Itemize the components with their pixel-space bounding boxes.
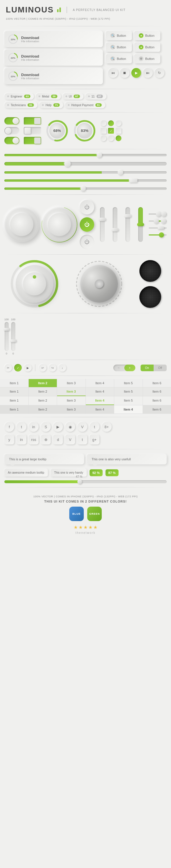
v-thumb-label-2[interactable] [10, 339, 16, 342]
hms-thumb-4[interactable] [161, 218, 166, 224]
tag-11[interactable]: 11 97 [85, 93, 106, 99]
tab-4-1[interactable]: Item 1 [0, 405, 29, 413]
slider-thumb-1[interactable] [97, 153, 102, 158]
mini-btn-arrow[interactable]: ▶ [24, 364, 32, 372]
social-linkedin[interactable]: in [29, 422, 38, 432]
checkbox-active[interactable]: ✓ [108, 128, 114, 134]
v-thumb-label-1[interactable] [4, 328, 9, 331]
mini-btn-check[interactable]: ✓ [14, 364, 22, 372]
off-button[interactable]: Off [153, 365, 167, 371]
prev-btn[interactable]: ⏮ [108, 68, 118, 78]
hms-thumb-3[interactable] [153, 218, 159, 224]
tag-ui[interactable]: UI 97 [63, 93, 83, 99]
v-thumb-1[interactable] [99, 218, 106, 221]
button-search-2[interactable]: 🔍 Button [106, 42, 132, 52]
slider-thumb-5[interactable] [81, 186, 86, 191]
social-sq-8[interactable]: g+ [90, 435, 99, 444]
social-tumblr[interactable]: t [90, 422, 99, 432]
social-sq-4[interactable]: ⊕ [41, 435, 51, 444]
tag-help[interactable]: Help 71 [39, 102, 63, 108]
toggle-1[interactable] [4, 117, 20, 125]
tab-2-1[interactable]: Item 1 [0, 388, 29, 396]
tab-4-3[interactable]: Item 3 [57, 405, 86, 413]
social-facebook[interactable]: f [4, 422, 14, 432]
stop-btn[interactable]: ⏹ [120, 68, 130, 78]
toggle-2[interactable] [4, 127, 20, 134]
toggle-plus[interactable]: + [124, 365, 135, 371]
mini-btn-cut[interactable]: ✂ [4, 364, 12, 372]
tab-2-5[interactable]: Item 5 [114, 388, 143, 396]
knob-2[interactable] [42, 207, 77, 242]
toggle-3[interactable] [4, 137, 20, 144]
slider-thumb-4[interactable] [129, 179, 137, 183]
on-button[interactable]: On [141, 365, 153, 371]
tab-3-4[interactable]: Item 4 [86, 396, 114, 405]
button-search-3[interactable]: 🔍 Button [106, 54, 132, 63]
tab-2-6[interactable]: Item 6 [143, 388, 171, 396]
play-btn[interactable]: ▶ [131, 68, 141, 78]
v-thumb-2[interactable] [112, 228, 118, 231]
next-btn[interactable]: ⏭ [143, 68, 153, 78]
power-btn-on[interactable]: ⏻ [80, 217, 94, 232]
social-sq-3[interactable]: rss [29, 435, 38, 444]
social-twitter[interactable]: t [17, 422, 26, 432]
slider-thumb-2[interactable] [64, 161, 71, 167]
chrome-knob[interactable] [80, 265, 118, 303]
toggle-minus[interactable]: − [113, 365, 124, 371]
power-btn-off[interactable]: ⏻ [80, 200, 94, 214]
social-sq-7[interactable]: t [77, 435, 87, 444]
refresh-btn[interactable]: ↻ [154, 68, 164, 78]
tab-4-2[interactable]: Item 2 [29, 405, 57, 413]
tab-1-3[interactable]: Item 3 [57, 379, 86, 387]
hms-thumb-2[interactable] [161, 212, 166, 217]
button-green-2[interactable]: ● Button [134, 42, 160, 52]
tab-4-4[interactable]: Item 4 [86, 405, 114, 413]
slider-thumb-3[interactable] [118, 170, 123, 175]
checkbox-1[interactable] [101, 128, 106, 134]
download-item-1[interactable]: 23% Download File Information [4, 31, 103, 47]
tab-2-4[interactable]: Item 4 [86, 388, 114, 396]
download-item-3[interactable]: 23% Download File Information [4, 68, 103, 84]
knob-outer[interactable] [16, 265, 53, 303]
social-youtube[interactable]: ▶ [53, 422, 63, 432]
tab-3-3[interactable]: Item 3 [57, 396, 86, 405]
tag-technicians[interactable]: Technicians 81 [4, 102, 37, 108]
tab-1-6[interactable]: Item 6 [143, 379, 171, 387]
toggle-rect-2[interactable] [24, 127, 41, 134]
tab-3-1[interactable]: Item 1 [0, 396, 29, 405]
tab-4-6[interactable]: Item 6 [143, 405, 171, 413]
checkbox-2[interactable] [116, 128, 121, 134]
social-stumble[interactable]: S [41, 422, 51, 432]
hms-thumb-6[interactable] [159, 232, 164, 238]
social-gplus[interactable]: 8+ [102, 422, 112, 432]
social-vimeo[interactable]: V [77, 422, 87, 432]
tag-engineer[interactable]: Engineer 63 [4, 93, 34, 99]
tab-3-2[interactable]: Item 2 [29, 396, 57, 405]
tab-3-5[interactable]: Item 5 [114, 396, 143, 405]
hms-thumb-5[interactable] [158, 226, 164, 229]
tab-3-6[interactable]: Item 6 [143, 396, 171, 405]
mini-btn-down[interactable]: ↓ [59, 364, 66, 372]
radio-3[interactable] [101, 135, 106, 141]
radio-1[interactable] [101, 120, 106, 126]
knob-1[interactable] [4, 207, 39, 242]
button-gear[interactable]: ⚙ Button [134, 54, 160, 63]
mini-btn-undo[interactable]: ↩ [39, 364, 46, 372]
tag-hotspot[interactable]: Hotspot Payment 81 [65, 102, 105, 108]
tab-4-5[interactable]: Item 4 [114, 405, 143, 413]
button-green-1[interactable]: ● Button [134, 31, 160, 40]
tab-2-3[interactable]: Item 3 [57, 388, 86, 396]
mini-btn-redo[interactable]: ↪ [49, 364, 56, 372]
radio-active-2[interactable] [116, 135, 121, 141]
social-sq-2[interactable]: in [17, 435, 26, 444]
tab-1-2[interactable]: Item 2 [29, 379, 57, 387]
radio-4[interactable] [108, 135, 114, 141]
social-sq-1[interactable]: y [4, 435, 14, 444]
v-thumb-3[interactable] [124, 214, 131, 218]
toggle-rect-1[interactable] [24, 117, 41, 125]
tab-1-5[interactable]: Item 5 [114, 379, 143, 387]
radio-2[interactable] [116, 120, 121, 126]
radio-active[interactable] [108, 120, 114, 126]
tab-1-4[interactable]: Item 4 [86, 379, 114, 387]
v-thumb-4[interactable] [137, 223, 144, 226]
